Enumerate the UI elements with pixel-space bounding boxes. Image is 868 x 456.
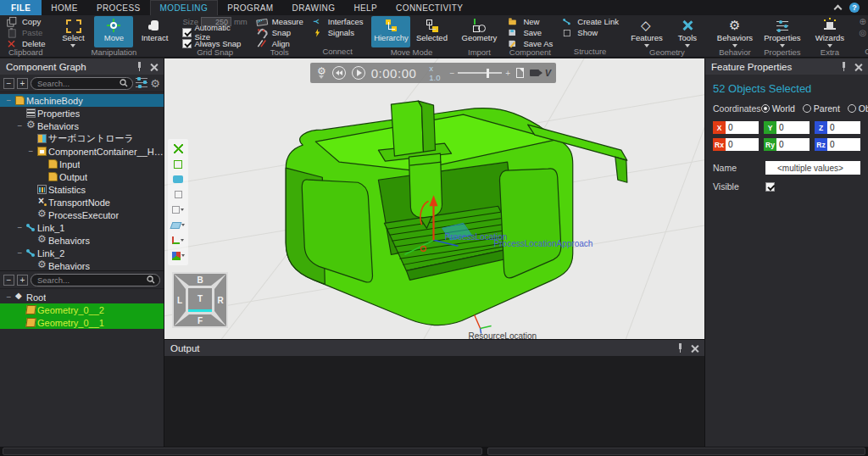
snap-button[interactable]: Snap [256, 27, 303, 37]
tools-button[interactable]: Tools [668, 16, 707, 47]
measure-button[interactable]: Measure [256, 16, 303, 26]
coordinate-input-rz[interactable]: 0 [827, 138, 860, 151]
radio-world[interactable]: World [761, 103, 795, 114]
features-button[interactable]: Features [627, 16, 666, 47]
gear-icon[interactable]: ⚙ [150, 78, 160, 89]
tree-item-behaviors[interactable]: Behaviors [0, 259, 164, 271]
collapse-toggle[interactable]: − [15, 223, 25, 232]
show-button[interactable]: Show [561, 27, 619, 37]
camera-views-button[interactable] [170, 173, 186, 186]
projection-button[interactable] [170, 203, 186, 216]
tree-item-link-2[interactable]: −Link_2 [0, 247, 164, 259]
wizards-button[interactable]: Wizards [810, 16, 849, 47]
tab-help[interactable]: HELP [344, 0, 387, 15]
view-cube-right[interactable]: R [214, 274, 226, 326]
close-icon[interactable] [691, 344, 698, 352]
move-button[interactable]: Move [94, 16, 133, 47]
export-pdf-icon[interactable] [516, 68, 524, 78]
tree-item-behaviors[interactable]: Behaviors [0, 234, 164, 247]
speed-slider[interactable]: − + [449, 69, 510, 78]
tree-item-input[interactable]: Input [0, 158, 164, 170]
tree-item-root[interactable]: −Root [0, 291, 164, 303]
pin-icon[interactable] [677, 343, 683, 353]
coordinate-input-y[interactable]: 0 [776, 121, 810, 134]
reset-simulation-button[interactable] [332, 66, 346, 80]
tree-item-item[interactable]: サーボコントローラ [0, 132, 164, 145]
view-cube-front[interactable]: F [174, 314, 226, 326]
collapse-all-button[interactable]: − [3, 78, 14, 89]
snap-button[interactable]: Snap [858, 16, 868, 26]
radio-object[interactable]: Object [848, 103, 868, 114]
name-field[interactable]: <multiple values> [765, 161, 860, 175]
expand-all-button[interactable]: + [17, 78, 28, 89]
tree-item-link-1[interactable]: −Link_1 [0, 221, 164, 234]
automatic-size-checkbox[interactable] [182, 28, 192, 37]
shading-button[interactable] [170, 249, 186, 262]
geometry-button[interactable]: Geometry [459, 16, 498, 47]
view-cube-top[interactable]: T [188, 288, 212, 312]
filter-icon[interactable] [136, 78, 147, 88]
tab-process[interactable]: PROCESS [87, 0, 150, 15]
fit-selected-button[interactable] [170, 158, 186, 170]
tree-item-processexecutor[interactable]: ProcessExecutor [0, 209, 164, 221]
interfaces-button[interactable]: Interfaces [312, 16, 364, 26]
search-input[interactable] [37, 79, 120, 88]
collapse-toggle[interactable]: − [15, 248, 25, 258]
collapse-toggle[interactable]: − [26, 147, 36, 156]
coordinate-input-rx[interactable]: 0 [726, 138, 759, 151]
view-cube-back[interactable]: B [174, 274, 226, 286]
close-icon[interactable] [854, 63, 862, 70]
slider-handle[interactable] [487, 69, 489, 78]
radio-parent[interactable]: Parent [803, 103, 840, 114]
slider-track[interactable] [458, 72, 502, 74]
tree-item-properties[interactable]: Properties [0, 107, 164, 120]
collapse-all-button[interactable]: − [3, 275, 14, 286]
coordinate-input-x[interactable]: 0 [726, 121, 759, 134]
collapse-toggle[interactable]: − [15, 121, 25, 131]
tree-item-behaviors[interactable]: −Behaviors [0, 120, 164, 132]
tab-drawing[interactable]: DRAWING [283, 0, 345, 15]
view-cube-left[interactable]: L [174, 274, 186, 326]
tree-item-statistics[interactable]: Statistics [0, 183, 164, 196]
tree-item-machinebody[interactable]: −MachineBody [0, 94, 164, 107]
expand-all-button[interactable]: + [17, 275, 28, 286]
view-cube[interactable]: B L R F T [172, 272, 228, 328]
pin-icon[interactable] [841, 62, 847, 71]
simulation-settings-button[interactable]: ⚙ [317, 68, 326, 79]
save-button[interactable]: Save [507, 27, 553, 37]
slider-plus[interactable]: + [505, 69, 510, 78]
grid-options-button[interactable] [170, 219, 186, 231]
fit-view-button[interactable] [170, 142, 186, 155]
close-icon[interactable] [150, 63, 158, 70]
properties-button[interactable]: Properties [763, 16, 802, 47]
new-button[interactable]: New [507, 16, 553, 26]
tree-item-geometry-0-1[interactable]: Geometry_0__1 [0, 316, 164, 329]
record-video-icon[interactable] [530, 70, 539, 76]
tree-item-output[interactable]: Output [0, 170, 164, 183]
selected-button[interactable]: Selected [412, 16, 451, 47]
interact-button[interactable]: Interact [135, 16, 174, 47]
coordinate-input-ry[interactable]: 0 [776, 138, 810, 151]
search-input[interactable] [37, 275, 147, 285]
tab-modeling[interactable]: MODELING [150, 0, 219, 15]
collapse-toggle[interactable]: − [4, 96, 14, 105]
tab-connectivity[interactable]: CONNECTIVITY [387, 0, 472, 15]
tab-home[interactable]: HOME [42, 0, 87, 15]
tab-file[interactable]: FILE [0, 0, 42, 15]
create-link-button[interactable]: Create Link [561, 16, 619, 26]
behaviors-button[interactable]: Behaviors [715, 16, 754, 47]
visible-checkbox[interactable] [765, 182, 775, 192]
collapse-toggle[interactable]: − [4, 292, 14, 302]
render-mode-button[interactable] [170, 188, 186, 201]
tree-item-geometry-0-2[interactable]: Geometry_0__2 [0, 303, 164, 316]
frame-display-button[interactable] [170, 234, 186, 247]
select-button[interactable]: Select [53, 16, 92, 47]
viewport-3d[interactable]: ProcessLocation ProcessLocationApproach … [164, 58, 704, 339]
collapse-ribbon-icon[interactable] [834, 5, 843, 14]
pin-icon[interactable] [136, 62, 142, 71]
tree-item-componentcontainer-hide[interactable]: −ComponentContainer__HIDE__ [0, 145, 164, 158]
slider-minus[interactable]: − [449, 69, 454, 78]
coordinate-input-z[interactable]: 0 [827, 121, 860, 134]
paste-button[interactable]: Paste [6, 27, 45, 37]
always-snap-checkbox[interactable] [182, 39, 192, 48]
